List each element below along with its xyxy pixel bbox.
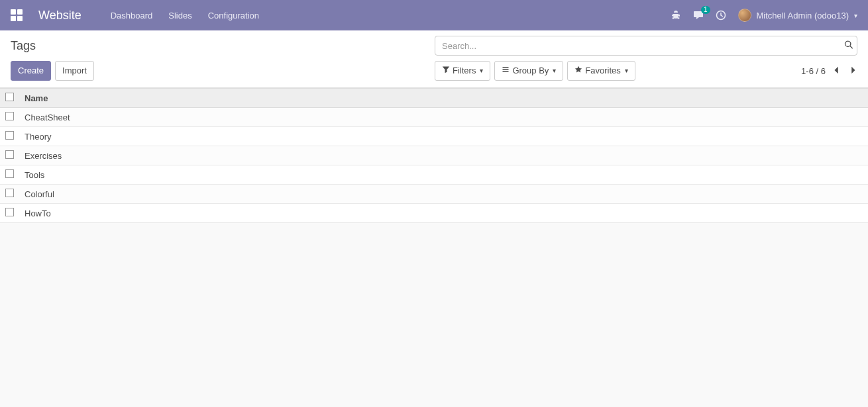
user-name: Mitchell Admin (odoo13) bbox=[757, 11, 849, 21]
row-checkbox[interactable] bbox=[5, 150, 14, 159]
table-row[interactable]: Theory bbox=[0, 127, 868, 146]
row-checkbox[interactable] bbox=[5, 112, 14, 120]
search-wrap bbox=[435, 36, 857, 56]
caret-down-icon: ▾ bbox=[553, 66, 556, 75]
breadcrumb: Tags bbox=[11, 39, 36, 53]
groupby-label: Group By bbox=[512, 65, 549, 77]
pager-range: 1-6 bbox=[801, 66, 814, 76]
pager: 1-6 / 6 bbox=[801, 66, 857, 77]
table-row[interactable]: Exercises bbox=[0, 146, 868, 165]
avatar bbox=[738, 9, 751, 22]
nav-item-configuration[interactable]: Configuration bbox=[208, 11, 259, 21]
table-row[interactable]: Colorful bbox=[0, 185, 868, 204]
row-checkbox-cell bbox=[0, 146, 19, 165]
filters-label: Filters bbox=[453, 65, 476, 77]
pager-text[interactable]: 1-6 / 6 bbox=[801, 66, 826, 76]
import-button[interactable]: Import bbox=[55, 61, 94, 81]
groupby-button[interactable]: Group By ▾ bbox=[494, 61, 563, 81]
row-checkbox[interactable] bbox=[5, 208, 14, 216]
pager-total: 6 bbox=[821, 66, 826, 76]
caret-down-icon: ▾ bbox=[480, 66, 483, 75]
row-checkbox-cell bbox=[0, 165, 19, 185]
table-row[interactable]: HowTo bbox=[0, 204, 868, 223]
row-checkbox[interactable] bbox=[5, 189, 14, 197]
apps-icon[interactable] bbox=[11, 9, 23, 21]
caret-down-icon: ▾ bbox=[854, 12, 857, 19]
pager-prev[interactable] bbox=[832, 66, 841, 77]
pager-sep: / bbox=[816, 66, 819, 76]
cell-name[interactable]: Exercises bbox=[19, 146, 868, 165]
header-checkbox-cell bbox=[0, 89, 19, 108]
row-checkbox-cell bbox=[0, 108, 19, 127]
favorites-button[interactable]: Favorites ▾ bbox=[567, 61, 635, 81]
row-checkbox-cell bbox=[0, 185, 19, 204]
user-menu[interactable]: Mitchell Admin (odoo13) ▾ bbox=[738, 9, 857, 22]
favorites-label: Favorites bbox=[585, 65, 620, 77]
app-brand[interactable]: Website bbox=[38, 9, 81, 23]
table-row[interactable]: CheatSheet bbox=[0, 108, 868, 127]
cell-name[interactable]: CheatSheet bbox=[19, 108, 868, 127]
list-icon bbox=[502, 65, 510, 77]
cell-name[interactable]: Colorful bbox=[19, 185, 868, 204]
control-panel: Tags Create Import Filters ▾ bbox=[0, 30, 868, 88]
search-input[interactable] bbox=[435, 36, 857, 56]
row-checkbox[interactable] bbox=[5, 169, 14, 178]
filters-button[interactable]: Filters ▾ bbox=[435, 61, 490, 81]
tags-table: Name CheatSheetTheoryExercisesToolsColor… bbox=[0, 88, 868, 223]
create-button[interactable]: Create bbox=[11, 61, 51, 81]
select-all-checkbox[interactable] bbox=[5, 93, 14, 101]
cell-name[interactable]: Theory bbox=[19, 127, 868, 146]
cell-name[interactable]: Tools bbox=[19, 165, 868, 185]
activity-icon[interactable] bbox=[716, 10, 726, 21]
cp-filter-buttons: Filters ▾ Group By ▾ Favorites ▾ bbox=[435, 61, 635, 81]
nav-right: 1 Mitchell Admin (odoo13) ▾ bbox=[671, 9, 857, 22]
star-icon bbox=[574, 65, 582, 77]
main-navbar: Website Dashboard Slides Configuration 1… bbox=[0, 0, 868, 30]
cell-name[interactable]: HowTo bbox=[19, 204, 868, 223]
funnel-icon bbox=[442, 65, 450, 77]
list-view: Name CheatSheetTheoryExercisesToolsColor… bbox=[0, 88, 868, 223]
nav-menu: Dashboard Slides Configuration bbox=[111, 11, 671, 21]
column-header-name[interactable]: Name bbox=[19, 89, 868, 108]
messages-badge: 1 bbox=[701, 6, 710, 14]
pager-next[interactable] bbox=[848, 66, 857, 77]
cp-right: Filters ▾ Group By ▾ Favorites ▾ bbox=[435, 61, 857, 81]
row-checkbox[interactable] bbox=[5, 131, 14, 140]
caret-down-icon: ▾ bbox=[625, 66, 628, 75]
row-checkbox-cell bbox=[0, 127, 19, 146]
nav-item-dashboard[interactable]: Dashboard bbox=[111, 11, 153, 21]
nav-item-slides[interactable]: Slides bbox=[168, 11, 191, 21]
table-row[interactable]: Tools bbox=[0, 165, 868, 185]
search-icon[interactable] bbox=[844, 40, 853, 52]
bug-icon[interactable] bbox=[671, 10, 681, 21]
row-checkbox-cell bbox=[0, 204, 19, 223]
messages-icon[interactable]: 1 bbox=[693, 10, 704, 21]
cp-left-buttons: Create Import bbox=[11, 61, 94, 81]
